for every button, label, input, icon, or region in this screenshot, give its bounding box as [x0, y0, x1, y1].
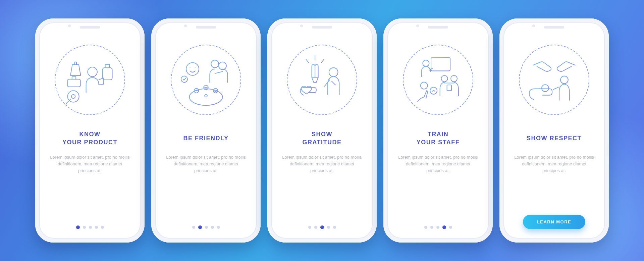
svg-point-19	[441, 75, 448, 82]
dot-3[interactable]	[436, 226, 439, 229]
phone-speaker-dot	[68, 24, 71, 27]
screen-show-respect: SHOW RESPECT Lorem ipsum dolor sit amet,…	[499, 18, 609, 243]
dot-4[interactable]	[95, 226, 98, 229]
svg-point-24	[560, 76, 568, 84]
illustration-show-respect	[517, 44, 591, 116]
svg-point-20	[451, 75, 457, 82]
dot-2[interactable]	[198, 225, 202, 229]
dot-5[interactable]	[217, 226, 220, 229]
screen-body: Lorem ipsum dolor sit amet, pro no molli…	[166, 154, 246, 174]
phone-speaker-dot	[416, 24, 419, 27]
pager-dots[interactable]	[76, 226, 104, 229]
phone-speaker	[544, 26, 564, 29]
svg-point-25	[542, 85, 549, 92]
illustration-train-staff	[401, 44, 475, 116]
phone-speaker-dot	[532, 24, 535, 27]
pager-dots[interactable]	[308, 226, 336, 229]
pager-dots[interactable]	[424, 226, 452, 229]
svg-point-8	[219, 62, 226, 70]
screen-body: Lorem ipsum dolor sit amet, pro no molli…	[50, 154, 130, 174]
screen-body: Lorem ipsum dolor sit amet, pro no molli…	[282, 154, 362, 174]
dot-4[interactable]	[211, 226, 214, 229]
onboarding-carousel: KNOW YOUR PRODUCT Lorem ipsum dolor sit …	[35, 18, 609, 243]
dot-5[interactable]	[333, 226, 336, 229]
dot-5[interactable]	[449, 226, 452, 229]
know-product-icon	[58, 48, 122, 112]
screen-title: SHOW GRATITUDE	[302, 130, 341, 147]
illustration-be-friendly	[169, 44, 243, 116]
dot-2[interactable]	[83, 226, 86, 229]
dot-5[interactable]	[101, 226, 104, 229]
screen-title: BE FRIENDLY	[183, 130, 229, 147]
dot-4[interactable]	[327, 226, 330, 229]
screen-body: Lorem ipsum dolor sit amet, pro no molli…	[514, 154, 594, 174]
show-respect-icon	[522, 48, 586, 112]
dot-2[interactable]	[314, 226, 317, 229]
svg-point-5	[186, 63, 199, 75]
screen-show-gratitude: SHOW GRATITUDE Lorem ipsum dolor sit ame…	[267, 18, 377, 243]
screen-title: SHOW RESPECT	[527, 130, 582, 147]
dot-3[interactable]	[89, 226, 92, 229]
show-gratitude-icon	[290, 48, 354, 112]
screen-body: Lorem ipsum dolor sit amet, pro no molli…	[398, 154, 478, 174]
illustration-know-product	[53, 44, 127, 116]
svg-point-7	[211, 60, 219, 68]
svg-rect-1	[103, 68, 112, 80]
screen-train-staff: TRAIN YOUR STAFF Lorem ipsum dolor sit a…	[383, 18, 493, 243]
phone-speaker	[80, 26, 100, 29]
dot-2[interactable]	[430, 226, 433, 229]
pager-dots[interactable]	[192, 226, 220, 229]
svg-rect-21	[447, 85, 451, 91]
illustration-show-gratitude	[285, 44, 359, 116]
be-friendly-icon	[174, 48, 238, 112]
screen-title: KNOW YOUR PRODUCT	[62, 130, 117, 147]
svg-point-14	[329, 68, 338, 77]
svg-point-18	[423, 60, 429, 66]
phone-speaker-dot	[184, 24, 187, 27]
learn-more-button[interactable]: LEARN MORE	[523, 215, 585, 229]
train-staff-icon	[406, 48, 470, 112]
dot-3[interactable]	[205, 226, 208, 229]
svg-point-0	[88, 67, 97, 77]
screen-know-product: KNOW YOUR PRODUCT Lorem ipsum dolor sit …	[35, 18, 145, 243]
dot-1[interactable]	[76, 225, 80, 229]
phone-speaker	[428, 26, 448, 29]
svg-rect-2	[68, 79, 80, 87]
screen-be-friendly: BE FRIENDLY Lorem ipsum dolor sit amet, …	[151, 18, 261, 243]
dot-3[interactable]	[320, 225, 324, 229]
svg-point-6	[181, 76, 187, 83]
dot-4[interactable]	[442, 225, 446, 229]
dot-1[interactable]	[424, 226, 427, 229]
phone-speaker	[312, 26, 332, 29]
screen-title: TRAIN YOUR STAFF	[417, 130, 460, 147]
phone-speaker-dot	[300, 24, 303, 27]
dot-1[interactable]	[192, 226, 195, 229]
svg-point-4	[71, 95, 75, 98]
phone-speaker	[196, 26, 216, 29]
dot-1[interactable]	[308, 226, 311, 229]
